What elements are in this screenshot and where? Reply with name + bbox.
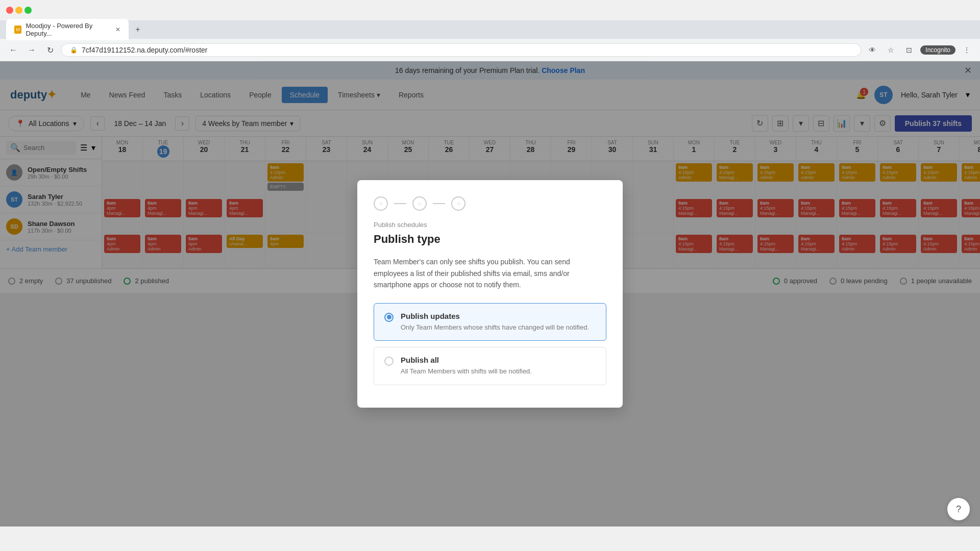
browser-titlebar (0, 0, 980, 20)
tab-label: Moodjoy - Powered By Deputy... (26, 22, 111, 37)
publish-updates-content: Publish updates Only Team Members whose … (401, 312, 589, 333)
browser-tabs: M Moodjoy - Powered By Deputy... ✕ + (0, 20, 980, 39)
radio-selected-indicator (387, 315, 391, 319)
back-button[interactable]: ← (6, 43, 20, 57)
forward-button[interactable]: → (24, 43, 39, 57)
publish-updates-title: Publish updates (401, 312, 589, 320)
modal-title: Publish type (374, 233, 606, 246)
step-1: ○ (374, 196, 388, 211)
publish-type-modal: ○ ○ ○ Publish schedules Publish type Tea… (357, 180, 623, 407)
address-bar[interactable]: 🔒 7cf47d19112152.na.deputy.com/#roster (61, 43, 861, 57)
modal-description: Team Member's can only see shifts you pu… (374, 256, 606, 290)
incognito-badge: Incognito (920, 45, 955, 55)
tab-close-button[interactable]: ✕ (115, 26, 120, 33)
publish-all-desc: All Team Members with shifts will be not… (401, 366, 532, 377)
step-divider (394, 203, 406, 204)
publish-all-content: Publish all All Team Members with shifts… (401, 356, 532, 377)
help-button[interactable]: ? (947, 498, 970, 520)
menu-icon[interactable]: ⋮ (960, 43, 974, 57)
publish-all-title: Publish all (401, 356, 532, 364)
step-3: ○ (451, 196, 465, 211)
publish-updates-option[interactable]: Publish updates Only Team Members whose … (374, 303, 606, 341)
star-icon[interactable]: ☆ (884, 43, 898, 57)
publish-updates-desc: Only Team Members whose shifts have chan… (401, 322, 589, 333)
browser-chrome: M Moodjoy - Powered By Deputy... ✕ + ← →… (0, 0, 980, 61)
tab-favicon: M (14, 26, 21, 34)
modal-subtitle: Publish schedules (374, 221, 606, 229)
lock-icon: 🔒 (70, 46, 78, 54)
step-2: ○ (412, 196, 427, 211)
new-tab-button[interactable]: + (131, 22, 145, 37)
close-window-button[interactable] (6, 7, 13, 14)
publish-all-option[interactable]: Publish all All Team Members with shifts… (374, 347, 606, 385)
modal-overlay[interactable]: ○ ○ ○ Publish schedules Publish type Tea… (0, 61, 980, 527)
reload-button[interactable]: ↻ (43, 43, 57, 57)
step-divider (433, 203, 445, 204)
eye-icon[interactable]: 👁 (865, 43, 879, 57)
publish-updates-radio[interactable] (384, 313, 394, 322)
publish-all-radio[interactable] (384, 357, 394, 366)
minimize-window-button[interactable] (15, 7, 22, 14)
modal-steps: ○ ○ ○ (374, 196, 606, 211)
browser-actions: 👁 ☆ ⊡ Incognito ⋮ (865, 43, 974, 57)
url-text: 7cf47d19112152.na.deputy.com/#roster (82, 46, 207, 54)
active-tab[interactable]: M Moodjoy - Powered By Deputy... ✕ (6, 19, 129, 40)
window-controls (6, 7, 32, 14)
maximize-window-button[interactable] (24, 7, 32, 14)
profile-icon[interactable]: ⊡ (902, 43, 916, 57)
browser-toolbar: ← → ↻ 🔒 7cf47d19112152.na.deputy.com/#ro… (0, 39, 980, 61)
